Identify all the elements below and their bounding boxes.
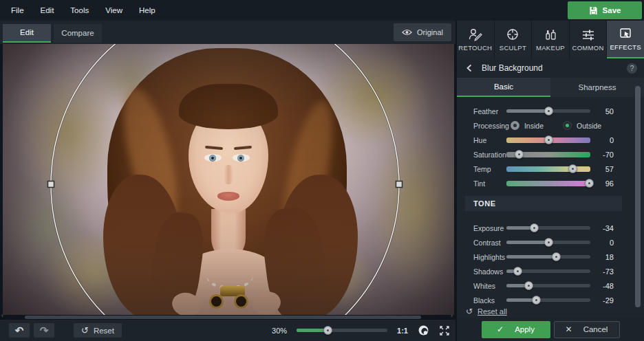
makeup-icon xyxy=(544,28,557,41)
slider-row-blacks: Blacks-29 xyxy=(473,293,614,305)
panel-actions: ✓ Apply ✕ Cancel xyxy=(457,318,644,341)
slider-label: Tint xyxy=(473,179,506,188)
menu-item[interactable]: View xyxy=(97,0,131,21)
radio-label[interactable]: Inside xyxy=(524,122,544,130)
undo-button[interactable]: ↶ xyxy=(9,323,30,338)
menu-list: FileEditToolsViewHelp xyxy=(3,0,164,21)
fullscreen-icon[interactable] xyxy=(439,325,450,336)
selection-handle-right[interactable] xyxy=(396,182,402,188)
reset-button[interactable]: ↺ Reset xyxy=(74,323,122,338)
actual-size-button[interactable]: 1:1 xyxy=(397,327,408,335)
tone-sliders: Exposure-34Contrast0Highlights18Shadows-… xyxy=(473,221,614,305)
slider-value: -34 xyxy=(590,224,614,232)
menu-item[interactable]: Edit xyxy=(32,0,63,21)
slider-row-saturation: Saturation-70 xyxy=(473,147,614,162)
slider-track[interactable] xyxy=(506,270,590,273)
slider-track[interactable] xyxy=(506,138,590,143)
effect-title: Blur Background xyxy=(482,63,543,73)
tab-retouch[interactable]: RETOUCH xyxy=(457,21,495,58)
radio-inside[interactable] xyxy=(511,121,519,130)
portrait-icon[interactable] xyxy=(418,324,429,336)
selection-ellipse[interactable] xyxy=(51,44,399,315)
redo-button[interactable]: ↷ xyxy=(34,323,54,338)
blur-selection-overlay xyxy=(3,44,454,315)
effect-header: Blur Background ? xyxy=(457,58,644,78)
redo-icon: ↷ xyxy=(40,324,49,337)
scroll-left-icon[interactable]: ‹ xyxy=(1,312,3,319)
reset-all-link[interactable]: Reset all xyxy=(477,307,507,316)
zoom-slider[interactable] xyxy=(297,329,387,332)
slider-handle[interactable] xyxy=(532,296,541,305)
slider-value: -48 xyxy=(590,282,614,290)
slider-track[interactable] xyxy=(506,298,590,302)
slider-fill xyxy=(506,241,548,244)
slider-track[interactable] xyxy=(506,284,590,287)
menu-item[interactable]: Tools xyxy=(62,0,97,21)
reset-label: Reset xyxy=(94,327,114,335)
apply-button[interactable]: ✓ Apply xyxy=(482,321,550,338)
slider-track[interactable] xyxy=(506,166,590,172)
back-icon[interactable] xyxy=(465,63,473,73)
slider-value: 50 xyxy=(590,107,614,116)
scroll-right-icon[interactable]: › xyxy=(451,312,453,319)
slider-track[interactable] xyxy=(506,241,590,244)
help-button[interactable]: ? xyxy=(627,63,637,74)
selection-handle-left[interactable] xyxy=(48,182,54,188)
tab-sculpt[interactable]: SCULPT xyxy=(495,21,533,58)
slider-track[interactable] xyxy=(506,226,590,230)
subtab-basic[interactable]: Basic xyxy=(457,78,550,97)
statusbar: ↶ ↷ ↺ Reset 30% 1:1 xyxy=(0,320,455,341)
reset-all-icon: ↺ xyxy=(466,307,473,316)
slider-label: Whites xyxy=(473,282,506,290)
eye-icon xyxy=(402,29,412,36)
slider-handle[interactable] xyxy=(552,252,561,261)
zoom-percent: 30% xyxy=(272,327,287,335)
panel-scrollbar-thumb[interactable] xyxy=(635,86,641,307)
basic-sliders: Feather50ProcessingInsideOutsideHue0Satu… xyxy=(473,104,614,190)
slider-label: Shadows xyxy=(473,267,506,276)
slider-handle[interactable] xyxy=(524,281,533,290)
slider-handle[interactable] xyxy=(513,267,522,276)
zoom-slider-handle[interactable] xyxy=(323,326,332,335)
slider-row-tint: Tint96 xyxy=(473,176,614,190)
slider-row-feather: Feather50 xyxy=(473,104,614,118)
slider-handle[interactable] xyxy=(544,135,553,144)
slider-value: -70 xyxy=(590,151,614,159)
effect-subtabs: Basic Sharpness xyxy=(457,78,644,97)
tab-effects[interactable]: EFFECTS xyxy=(607,21,644,58)
slider-track[interactable] xyxy=(506,181,590,186)
menu-item[interactable]: Help xyxy=(131,0,164,21)
radio-label[interactable]: Outside xyxy=(577,122,601,130)
photo-editor-window: FileEditToolsViewHelp Save Edit Compare … xyxy=(0,0,644,341)
slider-value: 96 xyxy=(590,179,614,188)
slider-handle[interactable] xyxy=(530,223,539,232)
slider-handle[interactable] xyxy=(515,150,524,159)
slider-row-highlights: Highlights18 xyxy=(473,250,614,264)
save-label: Save xyxy=(603,6,621,14)
original-button[interactable]: Original xyxy=(394,23,451,41)
horizontal-scrollbar-thumb[interactable] xyxy=(25,316,421,319)
tab-makeup[interactable]: MAKEUP xyxy=(532,21,570,58)
slider-track[interactable] xyxy=(506,255,590,258)
radio-outside[interactable] xyxy=(563,121,572,130)
slider-handle[interactable] xyxy=(544,238,553,247)
cancel-label: Cancel xyxy=(583,325,608,333)
slider-handle[interactable] xyxy=(585,179,594,188)
slider-track[interactable] xyxy=(506,109,590,113)
tab-compare[interactable]: Compare xyxy=(54,24,102,43)
slider-label: Contrast xyxy=(473,239,506,247)
photo-canvas[interactable] xyxy=(3,44,454,315)
tab-edit[interactable]: Edit xyxy=(3,24,51,43)
subtab-sharpness[interactable]: Sharpness xyxy=(550,78,644,97)
slider-value: -73 xyxy=(590,267,614,276)
menu-item[interactable]: File xyxy=(3,0,32,21)
tab-common[interactable]: COMMON xyxy=(570,21,608,58)
slider-track[interactable] xyxy=(506,152,590,157)
save-button[interactable]: Save xyxy=(568,1,642,19)
slider-label: Saturation xyxy=(473,151,506,159)
slider-handle[interactable] xyxy=(568,164,577,173)
horizontal-scrollbar[interactable]: ‹ › xyxy=(0,315,455,320)
slider-handle[interactable] xyxy=(544,107,553,116)
slider-label: Exposure xyxy=(473,224,506,232)
cancel-button[interactable]: ✕ Cancel xyxy=(554,321,620,338)
